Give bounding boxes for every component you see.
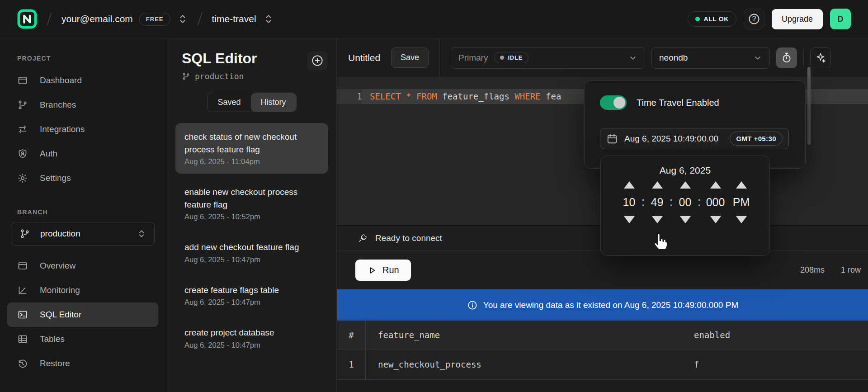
- tab-saved[interactable]: Saved: [208, 93, 250, 112]
- sidebar-item-label: Tables: [40, 334, 65, 344]
- save-button[interactable]: Save: [391, 47, 429, 68]
- minutes-decrement-button[interactable]: [652, 216, 663, 223]
- panel-branch-label: production: [195, 71, 244, 81]
- help-button[interactable]: ?: [744, 9, 764, 29]
- hours-spinner: 10: [619, 181, 640, 223]
- branch-icon: [17, 99, 28, 110]
- restore-history-icon: [17, 358, 28, 369]
- sidebar-item-auth[interactable]: Auth: [7, 142, 158, 166]
- millis-value: 000: [706, 196, 725, 209]
- app-root: your@email.com FREE time-travel ALL OK ?…: [0, 0, 868, 392]
- hours-decrement-button[interactable]: [624, 216, 635, 223]
- avatar[interactable]: D: [830, 9, 851, 29]
- status-ok-dot: [695, 17, 700, 21]
- results-table: # feature_name enabled 1 new_checkout_pr…: [337, 321, 868, 380]
- database-select-value: neondb: [659, 53, 688, 63]
- neon-logo-icon[interactable]: [17, 9, 37, 29]
- breadcrumb-project[interactable]: time-travel: [212, 14, 256, 24]
- time-travel-button[interactable]: [776, 47, 797, 68]
- sidebar-item-sql-editor[interactable]: SQL Editor: [7, 302, 158, 327]
- integrations-icon: [17, 124, 28, 135]
- history-item[interactable]: enable new checkout process feature flag…: [175, 178, 328, 229]
- history-item[interactable]: create project database Aug 6, 2025 - 10…: [175, 319, 328, 357]
- history-item-time: Aug 6, 2025 - 11:04pm: [184, 157, 319, 166]
- history-item[interactable]: add new checkout feature flag Aug 6, 202…: [175, 233, 328, 272]
- plug-icon: [357, 233, 368, 244]
- hours-increment-button[interactable]: [624, 181, 635, 189]
- seconds-decrement-button[interactable]: [680, 216, 691, 223]
- calendar-icon: [606, 133, 618, 145]
- minutes-increment-button[interactable]: [652, 181, 663, 189]
- settings-gear-icon: [17, 173, 28, 184]
- sidebar-item-tables[interactable]: Tables: [7, 327, 158, 351]
- branch-selector[interactable]: production: [11, 222, 155, 246]
- sidebar-project-heading: PROJECT: [17, 55, 158, 62]
- cell-index: 1: [337, 349, 366, 379]
- project-switcher-button[interactable]: [264, 13, 274, 25]
- saved-history-tabs: Saved History: [207, 93, 296, 112]
- sidebar-item-dashboard[interactable]: Dashboard: [7, 68, 158, 93]
- cell-feature-name: new_checkout_process: [366, 359, 689, 369]
- mouse-cursor-hand: [651, 231, 671, 253]
- sidebar-item-restore[interactable]: Restore: [7, 351, 158, 376]
- branch-icon: [182, 72, 190, 80]
- sidebar-item-branches[interactable]: Branches: [7, 93, 158, 117]
- toggle-knob: [613, 97, 625, 109]
- history-item-title: enable new checkout process feature flag: [184, 186, 319, 211]
- branch-selector-value: production: [40, 229, 80, 239]
- sidebar-item-label: Branches: [40, 100, 76, 110]
- time-travel-toggle[interactable]: [600, 95, 627, 110]
- sidebar-item-overview[interactable]: Overview: [7, 254, 158, 278]
- sidebar-item-label: Overview: [40, 261, 75, 271]
- sidebar-item-label: Auth: [40, 149, 57, 159]
- chevron-down-icon: [628, 53, 637, 62]
- database-select[interactable]: neondb: [651, 47, 770, 69]
- sidebar-item-integrations[interactable]: Integrations: [7, 117, 158, 142]
- compute-select[interactable]: Primary IDLE: [451, 47, 645, 69]
- datetime-value: Aug 6, 2025 10:49:00.000: [624, 134, 718, 144]
- minutes-spinner: 49: [647, 181, 668, 223]
- millis-increment-button[interactable]: [710, 181, 721, 189]
- seconds-increment-button[interactable]: [680, 181, 691, 189]
- upgrade-button[interactable]: Upgrade: [772, 9, 823, 29]
- chevron-updown-icon: [137, 228, 146, 239]
- minutes-value: 49: [651, 196, 664, 209]
- sidebar-item-settings[interactable]: Settings: [7, 166, 158, 190]
- meridiem-spinner: PM: [731, 181, 752, 223]
- timezone-badge: GMT +05:30: [730, 132, 783, 146]
- run-button[interactable]: Run: [355, 260, 411, 281]
- query-tab[interactable]: Untitled Save: [337, 38, 440, 77]
- history-item[interactable]: check status of new checkout process fea…: [175, 123, 328, 174]
- run-label: Run: [382, 265, 399, 275]
- breadcrumb-separator: [47, 12, 52, 25]
- results-header-row: # feature_name enabled: [337, 321, 868, 349]
- query-tab-title: Untitled: [348, 52, 380, 63]
- results-footer-area: [337, 380, 868, 392]
- branch-icon: [19, 228, 30, 239]
- sql-code: SELECT * FROM feature_flags WHERE fea: [370, 89, 561, 104]
- meridiem-increment-button[interactable]: [736, 181, 747, 189]
- ai-assist-button[interactable]: [810, 47, 831, 68]
- time-separator: :: [640, 195, 647, 209]
- picker-date-header: Aug 6, 2025: [660, 165, 711, 176]
- panel-title: SQL Editor: [182, 50, 257, 67]
- sidebar-item-monitoring[interactable]: Monitoring: [7, 278, 158, 302]
- meridiem-decrement-button[interactable]: [736, 216, 747, 223]
- info-icon: [467, 300, 478, 311]
- play-icon: [367, 265, 377, 275]
- new-query-button[interactable]: [307, 50, 328, 71]
- tab-history[interactable]: History: [251, 93, 296, 112]
- account-switcher-button[interactable]: [178, 13, 188, 25]
- col-header-enabled: enabled: [689, 330, 868, 340]
- table-row[interactable]: 1 new_checkout_process f: [337, 349, 868, 380]
- millis-decrement-button[interactable]: [710, 216, 721, 223]
- stopwatch-icon: [781, 52, 793, 64]
- datetime-input[interactable]: Aug 6, 2025 10:49:00.000 GMT +05:30: [600, 128, 789, 149]
- query-duration: 208ms: [800, 265, 825, 275]
- dashboard-icon: [17, 75, 28, 86]
- editor-scrollbar[interactable]: [807, 67, 811, 145]
- system-status-badge[interactable]: ALL OK: [688, 11, 736, 27]
- breadcrumb-account[interactable]: your@email.com: [61, 14, 133, 24]
- history-item[interactable]: create feature flags table Aug 6, 2025 -…: [175, 276, 328, 315]
- seconds-spinner: 00: [675, 181, 696, 223]
